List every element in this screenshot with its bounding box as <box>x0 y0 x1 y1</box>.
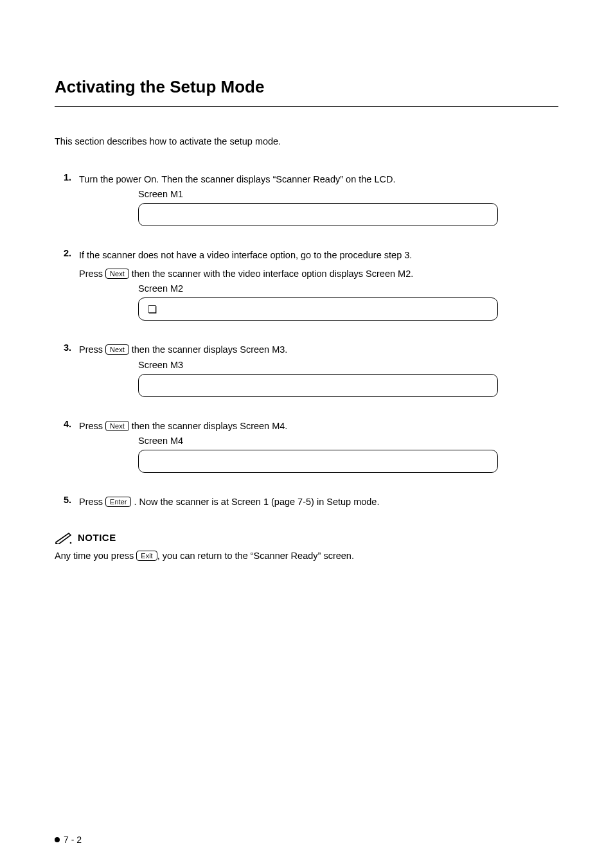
step-number: 2. <box>55 248 79 258</box>
next-key: Next <box>105 344 129 355</box>
intro-text: This section describes how to activate t… <box>55 136 558 146</box>
screen-m4-box <box>138 450 498 473</box>
step-number: 3. <box>55 342 79 353</box>
notice-label: NOTICE <box>78 532 116 543</box>
step-text: Press Next then the scanner displays Scr… <box>79 419 558 433</box>
notice-text: Any time you press Exit, you can return … <box>55 551 558 561</box>
text-fragment: Press <box>79 269 105 279</box>
step-5: 5. Press Enter . Now the scanner is at S… <box>55 495 558 509</box>
step-3: 3. Press Next then the scanner displays … <box>55 342 558 396</box>
page-footer: 7 - 2 <box>55 835 82 845</box>
step-text: Press Next then the scanner displays Scr… <box>79 342 558 357</box>
title-divider <box>55 106 558 107</box>
enter-key: Enter <box>105 497 131 507</box>
text-fragment: Press <box>79 497 105 507</box>
bullet-icon <box>55 837 60 842</box>
step-text: Press Enter . Now the scanner is at Scre… <box>79 495 558 509</box>
text-fragment: then the scanner displays Screen M3. <box>129 344 288 355</box>
text-fragment: . Now the scanner is at Screen 1 (page 7… <box>131 497 379 507</box>
svg-point-0 <box>70 542 72 544</box>
text-fragment: Any time you press <box>55 551 136 561</box>
next-key: Next <box>105 421 129 431</box>
pencil-icon <box>55 531 73 544</box>
text-fragment: then the scanner displays Screen M4. <box>129 421 288 431</box>
step-text: If the scanner does not have a video int… <box>79 248 558 262</box>
screen-m2-box: ❏ <box>138 297 498 321</box>
exit-key: Exit <box>136 551 157 561</box>
next-key: Next <box>105 269 129 279</box>
text-fragment: Press <box>79 421 105 431</box>
page-title: Activating the Setup Mode <box>55 77 558 97</box>
screen-m3-box <box>138 374 498 397</box>
document-icon: ❏ <box>148 303 157 315</box>
screen-m1-box <box>138 203 498 226</box>
notice-heading: NOTICE <box>55 531 558 544</box>
screen-label: Screen M2 <box>138 283 558 294</box>
text-fragment: Press <box>79 344 105 355</box>
step-2: 2. If the scanner does not have a video … <box>55 248 558 321</box>
text-fragment: then the scanner with the video interfac… <box>129 269 414 279</box>
step-number: 4. <box>55 419 79 429</box>
step-number: 5. <box>55 495 79 505</box>
steps-list: 1. Turn the power On. Then the scanner d… <box>55 172 558 509</box>
screen-label: Screen M4 <box>138 436 558 446</box>
step-subtext: Press Next then the scanner with the vid… <box>79 267 558 281</box>
screen-label: Screen M1 <box>138 189 558 199</box>
step-text: Turn the power On. Then the scanner disp… <box>79 172 558 186</box>
step-1: 1. Turn the power On. Then the scanner d… <box>55 172 558 226</box>
text-fragment: , you can return to the “Scanner Ready” … <box>157 551 354 561</box>
page-number: 7 - 2 <box>64 835 82 845</box>
step-number: 1. <box>55 172 79 182</box>
screen-label: Screen M3 <box>138 360 558 370</box>
step-4: 4. Press Next then the scanner displays … <box>55 419 558 473</box>
